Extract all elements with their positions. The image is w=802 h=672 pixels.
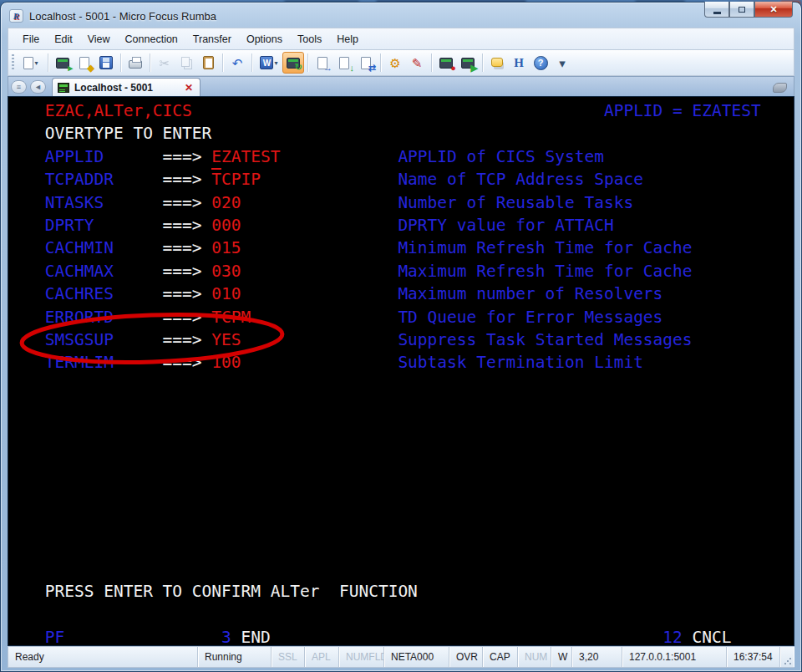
toolbar: ▾▸◆✂↶W▾↻→↓⇄⚙✎●▶H?▾: [8, 49, 794, 76]
toolbar-separator: [222, 53, 223, 72]
office-tools-button[interactable]: W▾: [256, 52, 282, 74]
open-session-button[interactable]: ▸: [52, 52, 74, 74]
terminal-row: CACHMIN===>015Minimum Refresh Time for C…: [35, 237, 794, 259]
resize-grip[interactable]: [780, 647, 794, 667]
status-w: W: [551, 647, 572, 667]
configuration-button[interactable]: ⚙: [384, 52, 406, 74]
run-macro-button[interactable]: ▶: [457, 52, 479, 74]
status-apl: APL: [305, 647, 339, 667]
print-screen-button[interactable]: [124, 52, 146, 74]
screen: R Localhost - 5001 - Micro Focus Rumba ✕…: [0, 0, 802, 672]
minimize-button[interactable]: [704, 2, 729, 18]
menu-help[interactable]: Help: [329, 30, 366, 48]
connect-disconnect-button[interactable]: ↻: [282, 52, 304, 74]
terminal-row: [35, 512, 794, 534]
terminal-row: CACHMAX===>030Maximum Refresh Time for C…: [35, 260, 794, 283]
status-neta000: NETA000: [384, 647, 449, 667]
terminal-row: [35, 397, 794, 420]
menu-connection[interactable]: Connection: [118, 30, 185, 48]
toolbar-separator: [150, 53, 150, 72]
rumba-window: R Localhost - 5001 - Micro Focus Rumba ✕…: [0, 2, 802, 672]
tab-menu-button[interactable]: ≡: [11, 80, 27, 94]
status-numfld: NUMFLD: [339, 647, 384, 667]
receive-file-button[interactable]: ↓: [333, 52, 355, 74]
terminal-row: TERMLIM===>100Subtask Termination Limit: [35, 351, 794, 374]
toolbar-separator: [251, 53, 252, 72]
save-session-button[interactable]: [95, 52, 117, 74]
help-button[interactable]: ?: [530, 52, 551, 74]
terminal-row: NTASKS===>020Number of Reusable Tasks: [35, 191, 794, 214]
toolbar-separator: [431, 53, 432, 72]
toolbar-separator: [120, 53, 121, 72]
undo-button[interactable]: ↶: [226, 52, 248, 74]
session-setup-button[interactable]: ◆: [74, 52, 95, 74]
status-cap: CAP: [483, 647, 518, 667]
terminal-row: [35, 420, 794, 442]
tab-back-button[interactable]: ◄: [30, 80, 46, 94]
menu-transfer[interactable]: Transfer: [185, 30, 239, 48]
terminal-row: SMSGSUP===>YESSuppress Task Started Mess…: [35, 328, 794, 351]
close-button[interactable]: ✕: [754, 2, 793, 18]
terminal-row: DPRTY===>000DPRTY value for ATTACH: [35, 214, 794, 237]
hotspots-icon: H: [514, 56, 524, 70]
terminal-screen[interactable]: EZAC,ALTer,CICSAPPLID = EZATESTOVERTYPE …: [8, 96, 794, 646]
maximize-button[interactable]: [729, 2, 754, 18]
status-127-0-0-1-5001: 127.0.0.1:5001: [622, 647, 727, 667]
status-num: NUM: [518, 647, 551, 667]
copy-button: [175, 52, 197, 74]
paste-button[interactable]: [197, 52, 219, 74]
window-title: Localhost - 5001 - Micro Focus Rumba: [29, 10, 216, 23]
terminal-row: [35, 466, 794, 488]
chevron-down-icon: ▾: [34, 59, 38, 67]
toolbar-overflow-button[interactable]: ▾: [551, 52, 573, 74]
status-bar: ReadyRunningSSLAPLNUMFLDNETA000OVRCAPNUM…: [8, 646, 794, 668]
cut-button: ✂: [154, 52, 175, 74]
terminal-row: TCPADDR===>TCPIPName of TCP Address Spac…: [35, 168, 794, 191]
menu-edit[interactable]: Edit: [47, 30, 80, 48]
copy-icon: [181, 57, 190, 67]
terminal-row: EZAC,ALTer,CICSAPPLID = EZATEST: [35, 99, 794, 122]
terminal-row: [35, 603, 794, 626]
record-macro-button[interactable]: ●: [435, 52, 457, 74]
toolbar-separator: [380, 53, 381, 72]
toolbar-separator: [48, 53, 48, 72]
terminal-row: CACHRES===>010Maximum number of Resolver…: [35, 283, 794, 305]
tab-list-button[interactable]: [773, 83, 787, 93]
edit-attributes-button[interactable]: ✎: [406, 52, 428, 74]
menu-tools[interactable]: Tools: [290, 30, 329, 48]
print-screen-icon: [129, 60, 142, 69]
hotspots-button[interactable]: H: [508, 52, 530, 74]
terminal-row: PRESS ENTER TO CONFIRM ALTerFUNCTION: [35, 580, 794, 603]
file-transfer-button[interactable]: ⇄: [355, 52, 377, 74]
title-bar: R Localhost - 5001 - Micro Focus Rumba ✕: [8, 3, 794, 28]
menu-view[interactable]: View: [80, 30, 118, 48]
new-document-icon: [23, 57, 33, 69]
status-running: Running: [198, 647, 272, 667]
keyboard-map-button[interactable]: [486, 52, 508, 74]
status-ovr: OVR: [449, 647, 483, 667]
terminal-row: [35, 534, 794, 557]
terminal-row: [35, 489, 794, 512]
tab-close-icon[interactable]: ✕: [183, 82, 195, 94]
toolbar-grip[interactable]: [12, 54, 14, 71]
send-file-button[interactable]: →: [312, 52, 333, 74]
help-icon: ?: [534, 56, 548, 70]
terminal-row: [35, 374, 794, 397]
toolbar-separator: [482, 53, 483, 72]
terminal-row: [35, 557, 794, 580]
office-tools-icon: W: [260, 56, 273, 69]
receive-file-icon: [339, 57, 349, 69]
tab-label: Localhost - 5001: [74, 82, 178, 94]
status-3-20: 3,20: [572, 647, 622, 667]
terminal-row: OVERTYPE TO ENTER: [35, 122, 794, 145]
terminal-row: [35, 443, 794, 466]
tab-localhost-5001[interactable]: Localhost - 5001 ✕: [52, 78, 200, 96]
menu-options[interactable]: Options: [239, 30, 290, 48]
rumba-logo-icon: R: [9, 9, 23, 23]
menu-file[interactable]: File: [15, 30, 47, 48]
save-session-icon: [99, 56, 113, 69]
new-document-button[interactable]: ▾: [18, 52, 44, 74]
status-ssl: SSL: [272, 647, 305, 667]
terminal-3270-icon: [58, 83, 69, 93]
terminal-row: PF3END12CNCL: [35, 626, 794, 646]
